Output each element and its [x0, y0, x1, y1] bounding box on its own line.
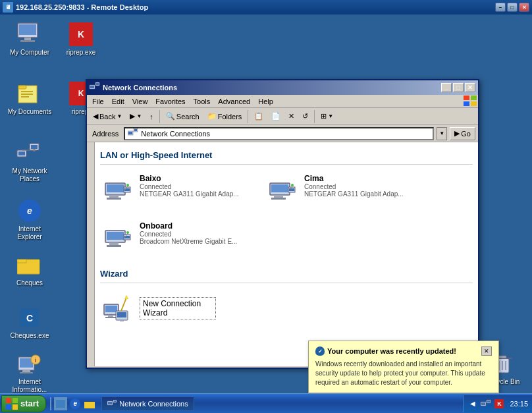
cheques-folder-icon — [16, 252, 43, 278]
desktop-icon-cheques[interactable]: Cheques — [7, 252, 53, 287]
lan-items-row-2: Onboard Connected Broadcom NetXtreme Gig… — [100, 219, 473, 256]
systray-arrow-icon[interactable]: ◀ — [467, 399, 478, 409]
folders-button[interactable]: 📁 Folders — [204, 109, 246, 124]
desktop-icon-riprep-label: riprep.exe — [66, 49, 95, 57]
svg-rect-72 — [117, 312, 126, 317]
search-icon: 🔍 — [166, 112, 175, 121]
svg-rect-38 — [471, 101, 477, 106]
undo-button[interactable]: ↺ — [299, 109, 311, 124]
title-bar-icon: 🖥 — [3, 2, 13, 13]
svg-rect-8 — [21, 96, 29, 97]
address-dropdown[interactable]: ▼ — [437, 127, 447, 140]
desktop-icon-my-computer[interactable]: My Computer — [7, 21, 53, 57]
nc-close-button[interactable]: ✕ — [465, 83, 475, 92]
maximize-button[interactable]: □ — [507, 3, 518, 12]
taskbar-folder-icon[interactable] — [83, 397, 96, 410]
svg-rect-44 — [107, 184, 124, 192]
desktop-icon-my-documents[interactable]: My Documents — [7, 80, 53, 116]
address-input[interactable]: Network Connections — [124, 127, 434, 140]
baixo-status: Connected — [140, 183, 255, 190]
taskbar: start e Network Connections ◀ — [0, 393, 532, 413]
cima-icon — [267, 174, 299, 206]
desktop-icon-cheques-exe[interactable]: C Cheques.exe — [7, 304, 53, 340]
svg-rect-35 — [464, 96, 469, 100]
menu-advanced[interactable]: Advanced — [214, 96, 254, 107]
notification-popup: ✓ Your computer was recently updated! ✕ … — [308, 341, 499, 393]
taskbar-ie-icon[interactable]: e — [68, 397, 82, 410]
notif-title: ✓ Your computer was recently updated! — [315, 346, 456, 356]
address-bar: Address Network Connections ▼ ▶ Go — [87, 125, 478, 142]
forward-arrow-icon: ▶ — [130, 112, 135, 121]
systray-kav-icon[interactable]: K — [494, 399, 504, 409]
search-button[interactable]: 🔍 Search — [163, 109, 203, 124]
onboard-status: Connected — [140, 231, 255, 238]
nc-toolbar: ◀ Back ▼ ▶ ▼ ↑ 🔍 Search 📁 Folders — [87, 108, 478, 125]
folders-label: Folders — [218, 113, 242, 121]
svg-rect-6 — [21, 91, 33, 92]
forward-dropdown-icon: ▼ — [136, 113, 142, 119]
menu-view[interactable]: View — [128, 96, 152, 107]
taskbar-nc-icon — [107, 400, 117, 408]
go-arrow-icon: ▶ — [454, 129, 460, 138]
wizard-info: New Connection Wizard — [140, 297, 216, 319]
start-button[interactable]: start — [1, 395, 46, 412]
forward-button[interactable]: ▶ ▼ — [126, 109, 145, 124]
menu-help[interactable]: Help — [254, 96, 277, 107]
nc-title-text: Network Connections — [103, 84, 177, 92]
nc-maximize-button[interactable]: □ — [453, 83, 464, 92]
svg-point-76 — [125, 296, 128, 299]
new-connection-wizard-item[interactable]: New Connection Wizard — [100, 290, 219, 327]
nc-window: Network Connections _ □ ✕ File Edit View… — [86, 79, 479, 369]
svg-rect-42 — [134, 129, 137, 131]
network-item-baixo[interactable]: Baixo Connected NETGEAR GA311 Gigabit Ad… — [100, 171, 258, 208]
taskbar-nc-item[interactable]: Network Connections — [101, 397, 194, 411]
toolbar-separator-1 — [159, 110, 160, 123]
delete-button[interactable]: ✕ — [285, 109, 298, 124]
desktop-icon-ie[interactable]: e InternetExplorer — [7, 198, 53, 241]
wizard-section-header: Wizard — [100, 266, 473, 283]
wizard-name: New Connection Wizard — [140, 297, 216, 319]
menu-file[interactable]: File — [88, 96, 108, 107]
nc-sidebar — [87, 142, 95, 366]
cima-adapter: NETGEAR GA311 Gigabit Adap... — [304, 190, 420, 198]
copy-to-button[interactable]: 📄 — [268, 109, 284, 124]
svg-rect-12 — [31, 145, 38, 149]
svg-rect-21 — [22, 370, 30, 372]
svg-rect-85 — [108, 402, 112, 404]
svg-rect-45 — [109, 195, 119, 198]
cima-status: Connected — [304, 183, 420, 190]
desktop-icon-riprep[interactable]: K riprep.exe — [58, 21, 104, 57]
minimize-button[interactable]: − — [495, 3, 506, 12]
views-button[interactable]: ⊞ ▼ — [317, 109, 336, 124]
back-label: Back — [99, 113, 115, 121]
close-button[interactable]: ✕ — [519, 3, 529, 12]
menu-tools[interactable]: Tools — [190, 96, 215, 107]
svg-rect-37 — [464, 101, 469, 106]
up-button[interactable]: ↑ — [146, 109, 157, 124]
menu-favorites[interactable]: Favorites — [151, 96, 189, 107]
systray-network-icon[interactable] — [481, 399, 491, 409]
network-item-onboard[interactable]: Onboard Connected Broadcom NetXtreme Gig… — [100, 219, 258, 256]
desktop: My Computer K riprep.exe My Documents K … — [0, 14, 532, 413]
notif-close-button[interactable]: ✕ — [481, 346, 492, 356]
taskbar-show-desktop-icon[interactable] — [54, 397, 67, 410]
taskbar-systray: ◀ K 23:15 — [463, 395, 532, 412]
go-button[interactable]: ▶ Go — [450, 127, 475, 140]
nc-minimize-button[interactable]: _ — [441, 83, 452, 92]
network-item-cima[interactable]: Cima Connected NETGEAR GA311 Gigabit Ada… — [265, 171, 423, 208]
svg-rect-3 — [20, 40, 35, 42]
delete-icon: ✕ — [288, 112, 294, 121]
back-button[interactable]: ◀ Back ▼ — [90, 109, 125, 124]
desktop-icon-my-network-label: My Network Places — [7, 167, 53, 183]
menu-edit[interactable]: Edit — [108, 96, 128, 107]
move-to-icon: 📋 — [254, 112, 263, 121]
address-folder-icon — [128, 128, 138, 139]
desktop-icon-my-network[interactable]: My Network Places — [7, 140, 53, 183]
title-bar: 🖥 192.168.25.250:9833 - Remote Desktop −… — [0, 0, 532, 14]
back-arrow-icon: ◀ — [93, 112, 98, 121]
desktop-icon-internet-info[interactable]: i Internet Informatio... — [7, 350, 53, 394]
wizard-section: Wizard — [100, 266, 473, 327]
svg-line-74 — [121, 298, 126, 311]
nc-title-icon — [90, 82, 100, 93]
move-to-button[interactable]: 📋 — [251, 109, 267, 124]
